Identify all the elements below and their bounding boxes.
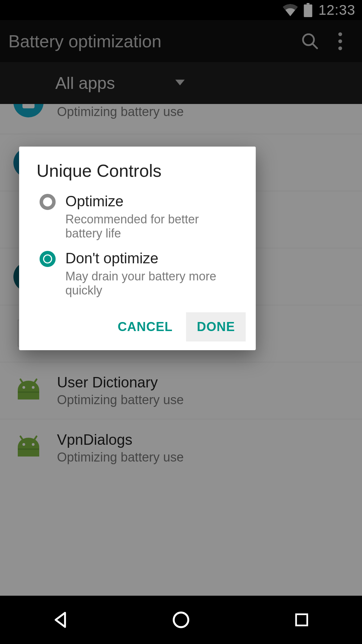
done-button[interactable]: DONE bbox=[186, 312, 246, 341]
option-desc: May drain your battery more quickly bbox=[65, 269, 238, 298]
radio-icon bbox=[39, 194, 56, 210]
option-optimize[interactable]: Optimize Recommended for better battery … bbox=[19, 187, 256, 244]
recents-button[interactable] bbox=[268, 603, 335, 637]
navigation-bar bbox=[0, 596, 362, 644]
home-button[interactable] bbox=[147, 603, 215, 637]
home-icon bbox=[171, 610, 191, 630]
back-icon bbox=[51, 610, 70, 629]
radio-icon bbox=[39, 251, 56, 267]
svg-point-29 bbox=[41, 196, 54, 208]
option-desc: Recommended for better battery life bbox=[65, 212, 238, 240]
back-button[interactable] bbox=[27, 603, 94, 637]
option-dont-optimize[interactable]: Don't optimize May drain your battery mo… bbox=[19, 244, 256, 301]
svg-point-31 bbox=[44, 256, 51, 263]
dialog-title: Unique Controls bbox=[19, 161, 256, 187]
cancel-button[interactable]: CANCEL bbox=[107, 312, 183, 341]
recents-icon bbox=[293, 611, 310, 628]
optimization-dialog: Unique Controls Optimize Recommended for… bbox=[19, 147, 256, 350]
svg-point-32 bbox=[174, 612, 188, 627]
option-label: Don't optimize bbox=[65, 250, 238, 267]
svg-rect-33 bbox=[296, 614, 307, 625]
option-label: Optimize bbox=[65, 193, 238, 210]
